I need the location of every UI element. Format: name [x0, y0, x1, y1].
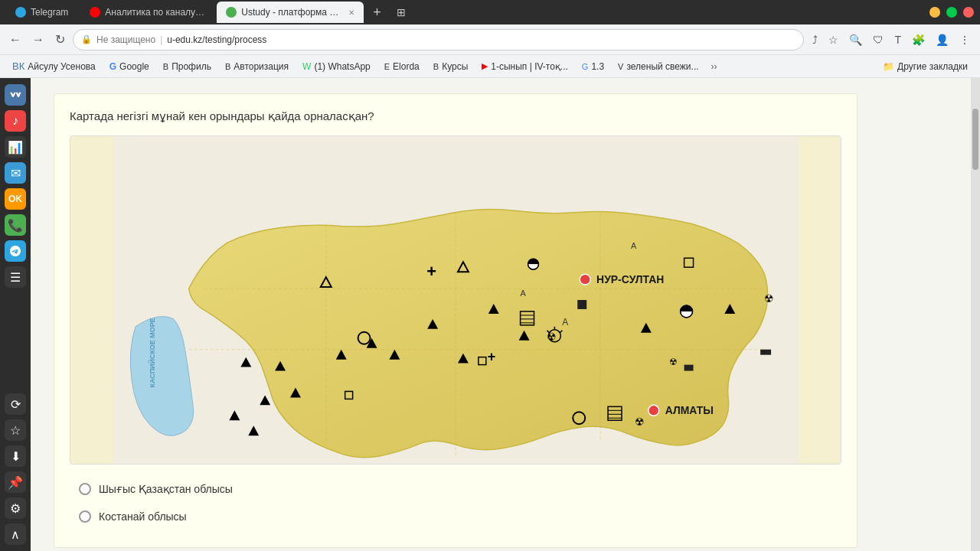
browser-window: Telegram Аналитика по каналу - YouT... U…	[0, 0, 980, 551]
address-bar[interactable]: 🔒 Не защищено | u-edu.kz/testing/process	[73, 29, 804, 51]
answer-option-2[interactable]: Костанай облысы	[70, 504, 841, 529]
svg-text:НУР-СУЛТАН: НУР-СУЛТАН	[596, 273, 664, 285]
telegram-tab-label: Telegram	[31, 7, 68, 18]
bookmark-profile-label: Профиль	[172, 61, 211, 72]
google-bookmark-icon: G	[109, 61, 116, 72]
yt-bookmark-icon: ▶	[482, 61, 488, 71]
shield-icon[interactable]: 🛡	[869, 31, 887, 48]
nav-actions: ⤴ ☆ 🔍 🛡 T 🧩 👤 ⋮	[808, 31, 974, 48]
bookmark-whatsapp-label: (1) WhatsApp	[314, 61, 370, 72]
page-content: Картада негізгі мұнай кен орындары қайда…	[31, 78, 971, 551]
elorda-bookmark-icon: E	[384, 62, 390, 71]
tab-ustudy[interactable]: Ustudy - платформа онлайн... ✕	[217, 2, 364, 23]
svg-text:КАСПИЙСКОЕ МОРЕ: КАСПИЙСКОЕ МОРЕ	[148, 318, 156, 387]
telegram-tab-icon	[15, 7, 26, 18]
extension-icon[interactable]: 🧩	[908, 31, 929, 48]
bookmark-auth-label: Авторизация	[234, 61, 289, 72]
sidebar-vk-icon[interactable]	[5, 84, 26, 106]
not-secure-label: Не защищено	[96, 34, 155, 45]
bookmark-star-icon[interactable]: ☆	[825, 31, 842, 48]
sidebar-telegram-icon[interactable]	[5, 240, 26, 262]
sidebar-music-icon[interactable]: ♪	[5, 110, 26, 132]
tab-youtube[interactable]: Аналитика по каналу - YouT...	[80, 2, 214, 23]
kazakhstan-map: КАСПИЙСКОЕ МОРЕ АРАЛЬСКОЕ МОРЕ	[70, 136, 841, 464]
menu-icon[interactable]: ⋮	[956, 31, 974, 48]
bookmark-google-label: Google	[119, 61, 149, 72]
answer-option-1[interactable]: Шығыс Қазақстан облысы	[70, 477, 841, 501]
back-button[interactable]: ←	[6, 30, 24, 50]
bookmark-vk[interactable]: ВК Айсулу Усенова	[6, 59, 102, 73]
tab-options-button[interactable]: ⊞	[390, 6, 412, 18]
map-container: КАСПИЙСКОЕ МОРЕ АРАЛЬСКОЕ МОРЕ	[70, 135, 841, 465]
sidebar-collapse-icon[interactable]: ∧	[5, 523, 26, 545]
sidebar-phone-icon[interactable]: 📞	[5, 214, 26, 236]
bookmark-elorda-label: Elorda	[393, 61, 420, 72]
bookmark-whatsapp[interactable]: W (1) WhatsApp	[296, 60, 377, 73]
sidebar-download-icon[interactable]: ⬇	[5, 445, 26, 467]
new-tab-button[interactable]: +	[367, 5, 387, 21]
sidebar-settings-icon[interactable]: ⚙	[5, 497, 26, 519]
youtube-tab-icon	[90, 7, 100, 18]
bookmark-youtube[interactable]: ▶ 1-сынып | IV-тоқ...	[475, 60, 574, 73]
share-icon[interactable]: ⤴	[808, 31, 822, 48]
youtube-tab-label: Аналитика по каналу - YouT...	[105, 7, 204, 18]
close-button[interactable]	[963, 7, 974, 18]
sidebar-ok-icon[interactable]: OK	[5, 188, 26, 210]
svg-text:АЛМАТЫ: АЛМАТЫ	[665, 404, 714, 416]
bookmark-green[interactable]: V зеленый свежи...	[612, 60, 704, 73]
bookmark-green-label: зеленый свежи...	[626, 61, 698, 72]
quiz-container: Картада негізгі мұнай кен орындары қайда…	[54, 93, 858, 548]
profile-icon[interactable]: 👤	[932, 31, 952, 48]
kursy-bookmark-icon: B	[433, 62, 439, 71]
svg-rect-42	[684, 365, 694, 371]
titlebar: Telegram Аналитика по каналу - YouT... U…	[0, 0, 980, 24]
bookmark-13[interactable]: G 1.3	[576, 60, 610, 73]
radio-1[interactable]	[79, 483, 91, 495]
svg-text:☢: ☢	[764, 292, 774, 305]
navbar: ← → ↻ 🔒 Не защищено | u-edu.kz/testing/p…	[0, 24, 980, 55]
bookmark-kursy[interactable]: B Курсы	[427, 60, 475, 73]
tab-close-icon[interactable]: ✕	[348, 8, 354, 17]
bookmark-elorda[interactable]: E Elorda	[378, 60, 426, 73]
lens-icon[interactable]: 🔍	[845, 31, 866, 48]
maximize-button[interactable]	[946, 7, 957, 18]
bookmark-yt-label: 1-сынып | IV-тоқ...	[491, 61, 568, 72]
other-bookmarks-label: Другие закладки	[897, 61, 968, 72]
tab-telegram[interactable]: Telegram	[6, 2, 77, 23]
answer-text-2: Костанай облысы	[99, 510, 187, 523]
url-separator: |	[160, 34, 162, 45]
translate-icon[interactable]: T	[890, 31, 905, 48]
sidebar-mail-icon[interactable]: ✉	[5, 162, 26, 184]
ustudy-tab-icon	[226, 7, 237, 18]
whatsapp-bookmark-icon: W	[302, 61, 311, 72]
svg-text:+: +	[426, 262, 436, 281]
forward-button[interactable]: →	[29, 30, 47, 50]
svg-rect-38	[577, 300, 586, 309]
svg-text:A: A	[562, 317, 568, 328]
scroll-thumb[interactable]	[972, 109, 978, 170]
sidebar-star-icon[interactable]: ☆	[5, 419, 26, 441]
answer-text-1: Шығыс Қазақстан облысы	[99, 483, 233, 495]
bookmark-auth[interactable]: B Авторизация	[219, 60, 295, 73]
folder-icon: 📁	[883, 61, 894, 72]
sidebar-list-icon[interactable]: ☰	[5, 266, 26, 288]
bookmark-google[interactable]: G Google	[103, 60, 155, 73]
other-bookmarks-button[interactable]: 📁 Другие закладки	[877, 60, 974, 73]
sidebar-history-icon[interactable]: ⟳	[5, 393, 26, 415]
reload-button[interactable]: ↻	[52, 29, 68, 50]
scrollbar[interactable]	[971, 78, 980, 551]
more-bookmarks-button[interactable]: ››	[707, 60, 722, 73]
sidebar-pin-icon[interactable]: 📌	[5, 471, 26, 493]
bookmark-profile[interactable]: B Профиль	[157, 60, 217, 73]
svg-text:☢: ☢	[635, 416, 645, 428]
auth-bookmark-icon: B	[225, 62, 230, 71]
window-controls	[929, 7, 974, 18]
question-text: Картада негізгі мұнай кен орындары қайда…	[70, 109, 841, 123]
green-bookmark-icon: V	[618, 62, 623, 71]
minimize-button[interactable]	[929, 7, 940, 18]
ustudy-tab-label: Ustudy - платформа онлайн...	[241, 7, 341, 18]
svg-rect-43	[760, 350, 771, 355]
radio-2[interactable]	[79, 510, 91, 523]
svg-text:☢: ☢	[547, 331, 557, 343]
sidebar-stats-icon[interactable]: 📊	[5, 136, 26, 158]
